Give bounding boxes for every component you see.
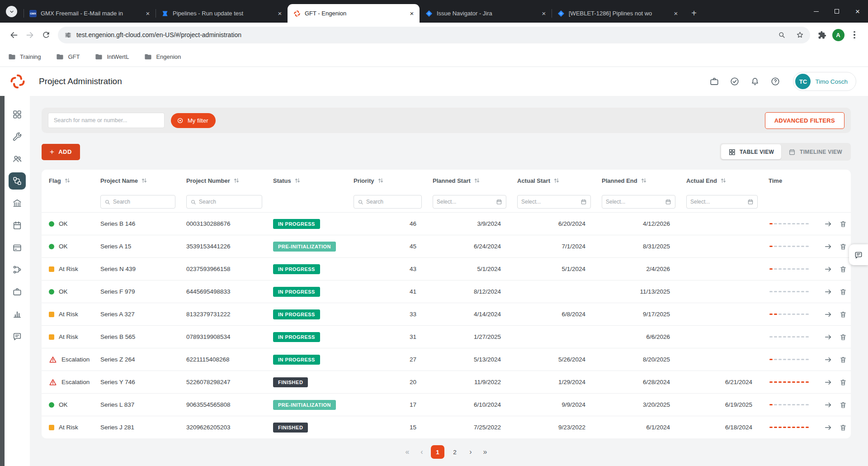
sidebar-item-project-administration[interactable] xyxy=(9,172,26,190)
browser-menu-button[interactable] xyxy=(846,27,863,43)
tab-close-icon[interactable]: × xyxy=(276,10,284,18)
table-row[interactable]: At Risk Series B 565 0789319908534 IN PR… xyxy=(42,325,851,348)
bookmark-folder-gft[interactable]: GFT xyxy=(56,53,80,61)
table-row[interactable]: At Risk Series A 327 8132379731222 IN PR… xyxy=(42,303,851,325)
column-header-actual-end[interactable]: Actual End xyxy=(681,177,763,184)
tab-close-icon[interactable]: × xyxy=(672,10,680,18)
sidebar-item-organization[interactable] xyxy=(9,195,26,212)
maximize-button[interactable] xyxy=(826,0,847,23)
column-header-flag[interactable]: Flag xyxy=(42,177,95,184)
actual-start-filter-input[interactable] xyxy=(521,199,578,205)
page-button-2[interactable]: 2 xyxy=(448,445,462,459)
page-button-1[interactable]: 1 xyxy=(431,445,444,459)
url-text[interactable]: test.engenion.gft-cloud.com/en-US/#/proj… xyxy=(76,31,770,38)
user-menu[interactable]: TC Timo Cosch xyxy=(793,72,856,91)
table-row[interactable]: OK Series A 15 3539153441226 PRE-INITIAL… xyxy=(42,235,851,257)
table-row[interactable]: At Risk Series N 439 0237593966158 IN PR… xyxy=(42,257,851,280)
sort-icon[interactable] xyxy=(474,177,480,184)
sidebar-item-messages[interactable] xyxy=(9,328,26,345)
open-project-button[interactable] xyxy=(824,333,833,342)
delete-project-button[interactable] xyxy=(839,378,848,387)
table-row[interactable]: OK Series B 146 0003130288676 IN PROGRES… xyxy=(42,212,851,235)
open-project-button[interactable] xyxy=(824,400,833,409)
back-button[interactable] xyxy=(5,27,22,43)
last-page-button[interactable]: » xyxy=(480,448,491,456)
sidebar-item-portfolio[interactable] xyxy=(9,283,26,300)
open-project-button[interactable] xyxy=(824,423,833,432)
column-header-priority[interactable]: Priority xyxy=(348,177,427,184)
browser-tab-gft-active[interactable]: GFT - Engenion × xyxy=(288,4,420,23)
advanced-filters-button[interactable]: ADVANCED FILTERS xyxy=(765,112,844,129)
priority-filter[interactable] xyxy=(354,195,422,209)
zoom-icon[interactable] xyxy=(775,28,788,42)
sort-icon[interactable] xyxy=(553,177,560,184)
sort-icon[interactable] xyxy=(141,177,147,184)
column-header-actual-start[interactable]: Actual Start xyxy=(512,177,596,184)
actual-end-filter[interactable] xyxy=(686,195,758,209)
site-settings-icon[interactable] xyxy=(64,31,72,39)
table-row[interactable]: OK Series L 837 9063554565808 PRE-INITIA… xyxy=(42,393,851,416)
address-bar[interactable]: test.engenion.gft-cloud.com/en-US/#/proj… xyxy=(58,27,810,43)
sort-icon[interactable] xyxy=(641,177,647,184)
search-input[interactable] xyxy=(48,113,165,128)
first-page-button[interactable]: « xyxy=(402,448,413,456)
close-window-button[interactable]: × xyxy=(847,0,868,23)
open-project-button[interactable] xyxy=(824,265,833,274)
delete-project-button[interactable] xyxy=(839,265,848,274)
open-project-button[interactable] xyxy=(824,287,833,296)
forward-button[interactable] xyxy=(22,27,38,43)
feedback-widget[interactable] xyxy=(849,244,868,265)
next-page-button[interactable]: › xyxy=(465,448,476,456)
sidebar-item-dashboard[interactable] xyxy=(9,106,26,123)
open-project-button[interactable] xyxy=(824,219,833,228)
reload-button[interactable] xyxy=(38,27,54,43)
delete-project-button[interactable] xyxy=(839,287,848,296)
column-header-project-number[interactable]: Project Number xyxy=(181,177,268,184)
column-header-planned-end[interactable]: Planned End xyxy=(596,177,681,184)
minimize-button[interactable] xyxy=(806,0,826,23)
delete-project-button[interactable] xyxy=(839,423,848,432)
sidebar-item-payments[interactable] xyxy=(9,239,26,256)
browser-tab-pipelines[interactable]: Pipelines - Run update test × xyxy=(156,4,288,23)
priority-filter-input[interactable] xyxy=(366,199,418,205)
sidebar-item-users[interactable] xyxy=(9,150,26,167)
timeline-view-tab[interactable]: TIMELINE VIEW xyxy=(781,144,849,159)
planned-start-filter-input[interactable] xyxy=(437,199,493,205)
browser-tab-jira-navigator[interactable]: Issue Navigator - Jira × xyxy=(420,4,552,23)
column-header-planned-start[interactable]: Planned Start xyxy=(427,177,512,184)
project-number-filter-input[interactable] xyxy=(199,199,258,205)
table-row[interactable]: OK Series F 979 6445695498833 IN PROGRES… xyxy=(42,280,851,303)
project-number-filter[interactable] xyxy=(186,195,262,209)
actual-end-filter-input[interactable] xyxy=(690,199,745,205)
tab-close-icon[interactable]: × xyxy=(540,10,548,18)
previous-page-button[interactable]: ‹ xyxy=(416,448,427,456)
sort-icon[interactable] xyxy=(720,177,726,184)
column-header-project-name[interactable]: Project Name xyxy=(95,177,181,184)
browser-profile-button[interactable]: A xyxy=(830,27,846,43)
bookmark-folder-training[interactable]: Training xyxy=(8,53,41,61)
tab-close-icon[interactable]: × xyxy=(144,10,152,18)
delete-project-button[interactable] xyxy=(839,333,848,342)
new-tab-button[interactable]: + xyxy=(687,6,701,20)
table-row[interactable]: At Risk Series J 281 3209626205203 FINIS… xyxy=(42,416,851,438)
browser-tab-gmx[interactable]: GMX GMX Freemail - E-Mail made in × xyxy=(24,4,156,23)
sidebar-item-reports[interactable] xyxy=(9,305,26,323)
delete-project-button[interactable] xyxy=(839,310,848,319)
tasks-button[interactable] xyxy=(726,73,743,90)
add-button[interactable]: + ADD xyxy=(42,144,80,160)
open-project-button[interactable] xyxy=(824,242,833,251)
browser-tab-weblet[interactable]: [WEBLET-1286] Piplines not wo × xyxy=(552,4,684,23)
open-project-button[interactable] xyxy=(824,378,833,387)
bookmark-star-icon[interactable] xyxy=(793,28,807,42)
sort-icon[interactable] xyxy=(64,177,71,184)
table-row[interactable]: Escalation Series Y 746 5226078298247 FI… xyxy=(42,371,851,393)
open-project-button[interactable] xyxy=(824,310,833,319)
sort-icon[interactable] xyxy=(294,177,301,184)
bookmark-folder-intwertl[interactable]: IntWertL xyxy=(95,53,129,61)
extensions-button[interactable] xyxy=(814,27,830,43)
column-header-status[interactable]: Status xyxy=(268,177,348,184)
project-name-filter-input[interactable] xyxy=(113,199,171,205)
tab-search-button[interactable] xyxy=(6,6,17,17)
sort-icon[interactable] xyxy=(377,177,384,184)
planned-end-filter-input[interactable] xyxy=(606,199,662,205)
